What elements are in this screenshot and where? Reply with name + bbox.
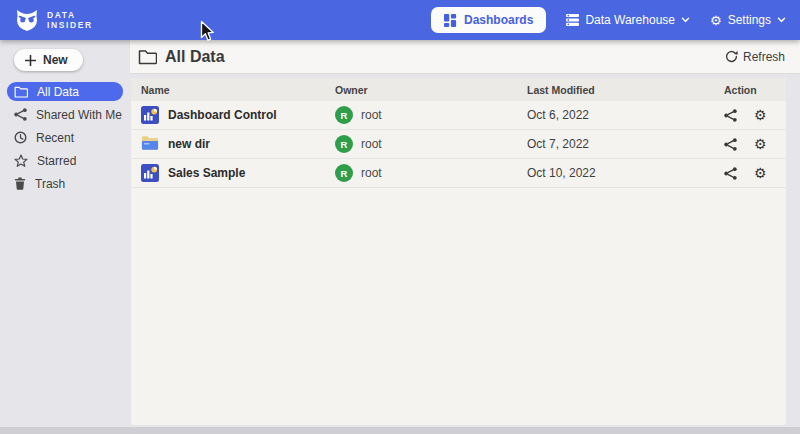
column-header-action: Action [724, 84, 786, 96]
gear-icon: ⚙ [710, 14, 722, 27]
dashboard-file-icon [141, 106, 159, 124]
navbar-menu: Dashboards Data Warehouse ⚙ Settings [431, 7, 786, 33]
page-header: All Data Refresh [130, 40, 800, 74]
dashboards-label: Dashboards [464, 13, 533, 27]
table-row[interactable]: Dashboard Control R root Oct 6, 2022 ⚙ [131, 101, 786, 130]
owl-logo-icon [14, 9, 40, 32]
folder-icon [14, 86, 28, 98]
sidebar-item-label: Trash [35, 177, 65, 191]
gear-icon[interactable]: ⚙ [754, 137, 767, 151]
chevron-down-icon [777, 17, 786, 23]
sidebar-item-starred[interactable]: Starred [0, 149, 130, 172]
new-button[interactable]: New [14, 49, 83, 71]
gear-icon[interactable]: ⚙ [754, 108, 767, 122]
page-title-text: All Data [165, 48, 225, 66]
share-icon[interactable] [724, 138, 737, 151]
name-cell: Sales Sample [131, 164, 335, 182]
action-cell: ⚙ [724, 108, 786, 122]
database-icon [566, 14, 579, 26]
last-modified: Oct 7, 2022 [527, 137, 724, 151]
gear-icon[interactable]: ⚙ [754, 166, 767, 180]
owner-name: root [361, 166, 382, 180]
chevron-down-icon [681, 17, 690, 23]
top-navbar: DATA INSIDER Dashboards [0, 0, 800, 40]
file-name[interactable]: new dir [168, 137, 210, 151]
table-header-row: Name Owner Last Modified Action [131, 78, 786, 101]
action-cell: ⚙ [724, 137, 786, 151]
sidebar-item-label: Shared With Me [36, 108, 122, 122]
sidebar-item-recent[interactable]: Recent [0, 126, 130, 149]
column-header-name: Name [131, 84, 335, 96]
plus-icon [25, 55, 36, 66]
table-row[interactable]: Sales Sample R root Oct 10, 2022 ⚙ [131, 159, 786, 188]
brand-logo[interactable]: DATA INSIDER [14, 9, 93, 32]
share-icon [14, 108, 27, 121]
data-warehouse-label: Data Warehouse [585, 13, 675, 27]
name-cell: new dir [131, 135, 335, 153]
owner-avatar: R [335, 106, 353, 124]
table-row[interactable]: new dir R root Oct 7, 2022 ⚙ [131, 130, 786, 159]
window-bottom-edge [0, 427, 800, 434]
data-warehouse-menu[interactable]: Data Warehouse [566, 13, 690, 27]
folder-icon [138, 49, 157, 65]
share-icon[interactable] [724, 109, 737, 122]
settings-label: Settings [728, 13, 771, 27]
sidebar-item-trash[interactable]: Trash [0, 172, 130, 195]
file-name[interactable]: Dashboard Control [168, 108, 277, 122]
dashboard-grid-icon [444, 14, 457, 27]
brand-text: DATA INSIDER [47, 10, 93, 30]
file-name[interactable]: Sales Sample [168, 166, 245, 180]
refresh-label: Refresh [743, 50, 785, 64]
owner-avatar: R [335, 164, 353, 182]
owner-cell: R root [335, 106, 527, 124]
page-title: All Data [138, 48, 225, 66]
star-icon [14, 154, 28, 167]
dashboards-button[interactable]: Dashboards [431, 7, 546, 33]
trash-icon [14, 177, 26, 190]
sidebar-item-label: All Data [37, 85, 79, 99]
last-modified: Oct 10, 2022 [527, 166, 724, 180]
owner-avatar: R [335, 135, 353, 153]
owner-cell: R root [335, 164, 527, 182]
owner-name: root [361, 108, 382, 122]
sidebar: New All Data Shared With Me Recent [0, 40, 130, 427]
sidebar-item-all-data[interactable]: All Data [7, 82, 123, 101]
owner-cell: R root [335, 135, 527, 153]
sidebar-item-shared-with-me[interactable]: Shared With Me [0, 103, 130, 126]
last-modified: Oct 6, 2022 [527, 108, 724, 122]
settings-menu[interactable]: ⚙ Settings [710, 13, 786, 27]
refresh-icon [725, 50, 738, 63]
column-header-last-modified: Last Modified [527, 84, 724, 96]
sidebar-item-label: Recent [36, 131, 74, 145]
share-icon[interactable] [724, 167, 737, 180]
new-button-label: New [43, 53, 68, 67]
action-cell: ⚙ [724, 166, 786, 180]
column-header-owner: Owner [335, 84, 527, 96]
dashboard-file-icon [141, 164, 159, 182]
owner-name: root [361, 137, 382, 151]
clock-icon [14, 131, 27, 144]
file-table: Name Owner Last Modified Action D [131, 78, 786, 425]
main-content: All Data Refresh Name Owner Last Modifie… [130, 40, 800, 434]
sidebar-item-label: Starred [37, 154, 76, 168]
refresh-button[interactable]: Refresh [725, 50, 785, 64]
folder-file-icon [141, 135, 159, 153]
name-cell: Dashboard Control [131, 106, 335, 124]
